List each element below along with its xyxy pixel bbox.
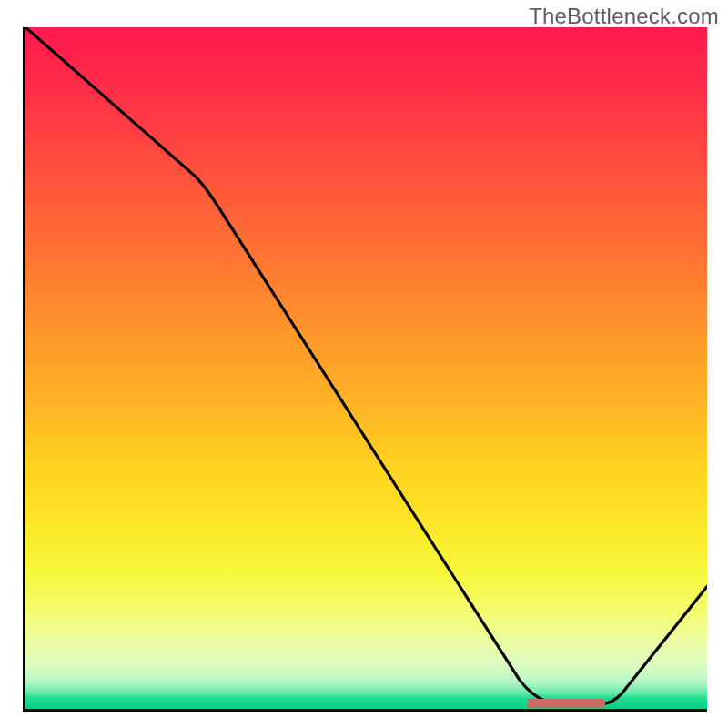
bottleneck-curve	[25, 27, 707, 704]
optimal-range-marker	[527, 699, 605, 708]
curve-svg	[25, 27, 707, 709]
plot-area	[23, 27, 707, 712]
chart-container: TheBottleneck.com	[0, 0, 728, 728]
watermark-text: TheBottleneck.com	[529, 4, 719, 29]
